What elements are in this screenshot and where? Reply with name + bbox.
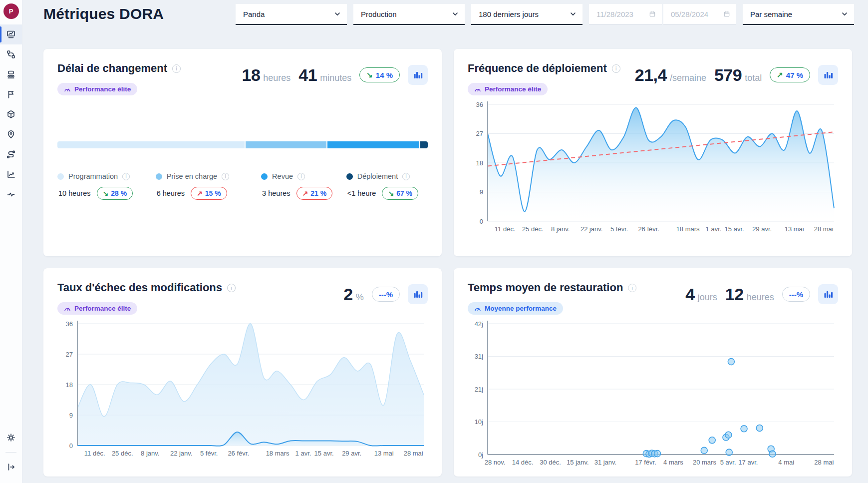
legend-dot xyxy=(346,173,353,180)
filter-bar: Panda Production 180 derniers jours 11/2… xyxy=(236,4,854,25)
svg-text:14 déc.: 14 déc. xyxy=(512,459,534,466)
info-icon[interactable] xyxy=(612,64,620,73)
calendar-icon xyxy=(649,11,655,17)
project-select-value: Panda xyxy=(243,10,265,18)
trend-pill: ↘67 % xyxy=(382,187,418,200)
info-icon[interactable] xyxy=(227,284,236,292)
bar-chart-icon-button[interactable] xyxy=(408,65,428,85)
sidebar-item-insights[interactable] xyxy=(0,164,22,184)
granularity-select-value: Par semaine xyxy=(750,10,792,18)
route-icon xyxy=(6,149,16,159)
trend-pill: ↗ 47 % xyxy=(770,67,810,82)
gauge-icon xyxy=(474,305,481,312)
gauge-icon xyxy=(64,86,71,93)
svg-text:28 nov.: 28 nov. xyxy=(485,459,506,466)
svg-text:28 mai: 28 mai xyxy=(404,450,423,457)
svg-text:20 mars: 20 mars xyxy=(693,459,716,466)
phase-segment xyxy=(246,141,326,148)
info-icon[interactable] xyxy=(172,64,181,73)
svg-text:22 janv.: 22 janv. xyxy=(170,450,193,457)
svg-text:5 févr.: 5 févr. xyxy=(610,225,628,233)
svg-text:15 avr.: 15 avr. xyxy=(725,225,744,233)
start-date-value: 11/28/2023 xyxy=(596,10,633,18)
line-chart-icon xyxy=(6,169,16,179)
restore-time-chart: 0j10j21j31j42j28 nov.14 déc.30 déc.15 ja… xyxy=(468,318,838,468)
sidebar-item-pipelines[interactable] xyxy=(0,44,22,64)
project-select[interactable]: Panda xyxy=(236,4,347,25)
end-date-input[interactable]: 05/28/2024 xyxy=(663,4,736,25)
svg-text:36: 36 xyxy=(66,320,73,328)
bar-chart-icon-button[interactable] xyxy=(818,284,838,304)
activity-icon xyxy=(6,189,16,199)
lead-time-hours: 18 heures xyxy=(242,65,290,85)
svg-text:13 mai: 13 mai xyxy=(785,225,804,233)
svg-text:0j: 0j xyxy=(478,451,483,459)
metrics-grid: Délai de changement Performance élite 18… xyxy=(43,49,852,477)
svg-text:4 mars: 4 mars xyxy=(663,459,683,466)
sidebar-item-activity[interactable] xyxy=(0,184,22,204)
sidebar-item-settings[interactable] xyxy=(0,428,22,448)
trend-up-arrow-icon: ↗ xyxy=(777,70,783,79)
svg-text:18: 18 xyxy=(66,381,73,389)
svg-text:1 avr.: 1 avr. xyxy=(295,450,311,457)
deployment-frequency-card: Fréquence de déploiement Performance éli… xyxy=(454,49,852,256)
svg-text:36: 36 xyxy=(476,101,483,108)
avatar[interactable]: P xyxy=(3,3,19,19)
trend-down-arrow-icon: ↘ xyxy=(366,70,373,79)
svg-text:42j: 42j xyxy=(475,320,483,328)
info-icon[interactable] xyxy=(402,173,410,180)
bar-chart-icon-button[interactable] xyxy=(408,284,428,304)
sidebar-bottom xyxy=(0,428,22,483)
svg-text:13 mai: 13 mai xyxy=(374,450,394,457)
phase-revue: Revue 3 heures ↗21 % xyxy=(261,172,346,200)
svg-text:26 févr.: 26 févr. xyxy=(638,225,659,233)
svg-text:8 janv.: 8 janv. xyxy=(141,450,159,457)
deploys-total: 579 total xyxy=(714,65,762,85)
bar-chart-icon-button[interactable] xyxy=(818,65,838,85)
info-icon[interactable] xyxy=(122,173,130,180)
svg-text:10j: 10j xyxy=(475,418,483,426)
info-icon[interactable] xyxy=(297,173,305,180)
info-icon[interactable] xyxy=(628,284,636,292)
sidebar-item-locations[interactable] xyxy=(0,124,22,144)
phase-value: 10 heures xyxy=(58,189,91,197)
map-pin-icon xyxy=(6,129,16,139)
lead-time-card: Délai de changement Performance élite 18… xyxy=(43,49,442,256)
chevron-down-icon xyxy=(570,11,576,17)
sidebar-item-dashboard[interactable] xyxy=(0,24,22,44)
svg-text:17 févr.: 17 févr. xyxy=(635,459,656,466)
card-title: Temps moyen de restauration xyxy=(468,281,623,294)
svg-text:5 avr.: 5 avr. xyxy=(720,459,736,466)
sidebar-item-teams[interactable] xyxy=(0,64,22,84)
phase-segment xyxy=(57,141,245,148)
phase-segment xyxy=(327,141,419,148)
svg-text:9: 9 xyxy=(480,188,483,196)
svg-text:17 avr.: 17 avr. xyxy=(738,459,758,466)
info-icon[interactable] xyxy=(222,173,229,180)
start-date-input[interactable]: 11/28/2023 xyxy=(589,4,662,25)
monitor-chart-icon xyxy=(6,29,16,39)
sidebar-item-flags[interactable] xyxy=(0,84,22,104)
performance-badge: Performance élite xyxy=(57,302,137,315)
granularity-select[interactable]: Par semaine xyxy=(743,4,854,25)
trend-pill: ↗15 % xyxy=(191,187,227,200)
environment-select[interactable]: Production xyxy=(353,4,465,25)
sidebar-collapse-button[interactable] xyxy=(0,457,22,477)
card-title: Délai de changement xyxy=(57,62,167,75)
sidebar-item-routes[interactable] xyxy=(0,144,22,164)
svg-text:8 janv.: 8 janv. xyxy=(551,225,570,233)
deploys-per-week: 21,4 /semaine xyxy=(635,65,706,85)
svg-text:18: 18 xyxy=(476,159,483,167)
bar-chart-icon xyxy=(823,70,833,80)
sidebar-item-packages[interactable] xyxy=(0,104,22,124)
lead-time-minutes: 41 minutes xyxy=(298,65,351,85)
svg-text:0: 0 xyxy=(480,218,483,225)
end-date-value: 05/28/2024 xyxy=(671,10,708,18)
period-select[interactable]: 180 derniers jours xyxy=(471,4,582,25)
gauge-icon xyxy=(474,86,481,93)
legend-dot xyxy=(57,173,64,180)
gauge-icon xyxy=(64,305,71,312)
page-title: Métriques DORA xyxy=(43,5,164,22)
lead-time-bar xyxy=(57,141,428,148)
phase-value: 3 heures xyxy=(262,189,290,197)
